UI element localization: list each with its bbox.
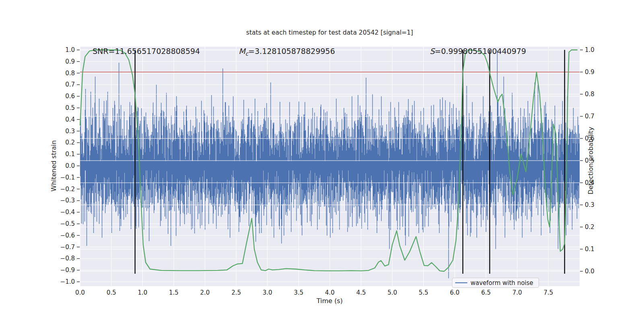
x-tick-label: 1.5 <box>169 289 179 296</box>
x-tick-label: 1.0 <box>138 289 147 296</box>
y-tick-label-left: −0.8 <box>60 255 75 262</box>
y-tick-label-left: −0.4 <box>60 208 75 216</box>
x-tick-label: 6.5 <box>481 289 491 296</box>
y-axis-right-label: Detection probability <box>587 127 594 194</box>
y-tick-label-left: 0.7 <box>65 81 75 88</box>
y-tick-label-right: 1.0 <box>585 46 594 54</box>
figure: 1.00.90.80.70.60.50.40.30.20.10.0−0.1−0.… <box>0 0 644 322</box>
chart: 1.00.90.80.70.60.50.40.30.20.10.0−0.1−0.… <box>0 0 644 322</box>
legend: waveform with noise <box>452 278 539 288</box>
annotation-m: Mc=3.128105878829956 <box>239 47 335 57</box>
y-tick-label-left: −0.2 <box>60 186 75 193</box>
y-tick-label-left: −1.0 <box>60 278 75 285</box>
x-tick-label: 2.5 <box>231 289 241 296</box>
y-tick-label-left: 0.3 <box>65 128 75 135</box>
y-tick-label-left: 0.6 <box>65 93 75 100</box>
y-tick-label-right: 0.3 <box>585 201 594 208</box>
x-axis-label: Time (s) <box>316 297 343 305</box>
y-tick-label-left: 1.0 <box>65 46 75 54</box>
y-tick-label-left: −0.9 <box>60 266 75 274</box>
y-tick-label-left: 0.9 <box>65 58 75 65</box>
y-tick-label-right: 0.9 <box>585 68 594 76</box>
y-tick-label-left: −0.7 <box>60 244 75 251</box>
y-tick-label-left: 0.4 <box>65 116 75 123</box>
y-tick-label-left: −0.3 <box>60 197 75 204</box>
y-tick-label-left: 0.5 <box>65 104 75 111</box>
annotation-s: S=0.9998055100440979 <box>430 47 526 56</box>
x-tick-label: 2.0 <box>200 289 210 296</box>
x-tick-label: 5.0 <box>388 289 397 296</box>
annotation-snr: SNR=11.656517028808594 <box>93 47 200 56</box>
y-tick-label-left: −0.5 <box>60 220 75 227</box>
y-tick-label-left: 0.8 <box>65 70 75 77</box>
x-tick-label: 4.5 <box>356 289 366 296</box>
x-tick-label: 7.5 <box>544 289 553 296</box>
y-tick-label-left: 0.1 <box>65 151 75 158</box>
y-tick-label-left: −0.1 <box>60 174 75 181</box>
annotations: SNR=11.656517028808594Mc=3.1281058788299… <box>93 47 526 57</box>
x-tick-label: 7.0 <box>512 289 522 296</box>
x-tick-label: 4.0 <box>325 289 335 296</box>
x-tick-label: 0.5 <box>107 289 116 296</box>
x-tick-label: 5.5 <box>419 289 428 296</box>
chart-title: stats at each timestep for test data 205… <box>246 29 413 36</box>
x-tick-label: 3.0 <box>262 289 272 296</box>
y-tick-label-right: 0.2 <box>585 223 594 231</box>
y-tick-label-left: −0.6 <box>60 232 75 239</box>
y-tick-label-right: 0.7 <box>585 113 594 120</box>
y-tick-label-right: 0.0 <box>585 268 594 275</box>
y-tick-label-right: 0.8 <box>585 91 594 98</box>
x-tick-label: 0.0 <box>75 289 85 296</box>
y-tick-label-left: 0.2 <box>65 139 75 146</box>
legend-label: waveform with noise <box>471 279 533 287</box>
y-tick-label-right: 0.1 <box>585 246 594 253</box>
x-tick-label: 6.0 <box>450 289 460 296</box>
y-tick-label-left: 0.0 <box>65 162 75 169</box>
y-axis-left-label: Whitened strain <box>50 140 58 191</box>
x-tick-label: 3.5 <box>294 289 303 296</box>
